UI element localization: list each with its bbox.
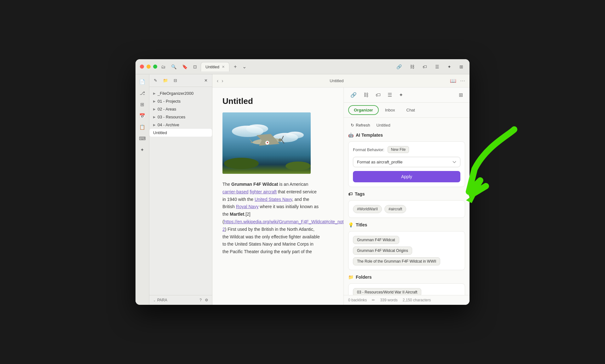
para-label: PARA (157, 298, 167, 302)
fullscreen-button[interactable] (153, 65, 157, 69)
file-tree-item-fileorganizer[interactable]: ▶ _FileOrganizer2000 (149, 89, 212, 97)
note-text: The Grumman F4F Wildcat is an American c… (222, 181, 320, 256)
sidebar-toggle-icon[interactable]: ⊞ (458, 63, 465, 71)
refresh-icon: ↻ (351, 123, 354, 128)
tab-organizer[interactable]: Organizer (348, 105, 379, 115)
note-title-area: Untitled (330, 78, 343, 83)
more-options-button[interactable]: ⋯ (460, 78, 465, 84)
collapse-button[interactable]: ⊟ (173, 77, 178, 83)
folders-title: Folders (356, 275, 372, 280)
wikipedia-link[interactable]: https://en.wikipedia.org/wiki/Grumman_F4… (222, 219, 343, 232)
tab-bar: Untitled ✕ + ⌄ (201, 62, 395, 71)
refresh-button[interactable]: ↻ Refresh (348, 122, 373, 129)
file-tree-item-archive[interactable]: ▶ 04 - Archive (149, 121, 212, 129)
title-f4f-wwii-role[interactable]: The Role of the Grumman F4F Wildcat in W… (353, 257, 440, 265)
reading-mode-button[interactable]: 📖 (450, 78, 456, 84)
folders-card: 03 - Resources/World War II Aircraft 03 … (348, 283, 465, 295)
search-icon[interactable]: 🔍 (171, 64, 176, 69)
tags-icon: 🏷 (348, 191, 353, 196)
app-window: 🗂 🔍 🔖 ⊡ Untitled ✕ + ⌄ 🔗 ⛓ 🏷 ☰ (135, 59, 470, 305)
tab-close-icon[interactable]: ✕ (222, 65, 225, 69)
bookmark-icon[interactable]: 🔖 (182, 64, 187, 69)
green-arrow-annotation (463, 122, 520, 210)
forward-button[interactable]: › (222, 78, 223, 84)
panel-tool-tag[interactable]: 🏷 (373, 91, 383, 100)
list-icon[interactable]: ☰ (433, 63, 441, 71)
active-tab[interactable]: Untitled ✕ (201, 62, 229, 71)
folders-header: 📁 Folders (348, 275, 465, 280)
svg-point-4 (286, 132, 304, 139)
us-navy-link[interactable]: United States Navy (255, 197, 292, 202)
sidebar-item-note[interactable]: 📄 (137, 77, 147, 87)
format-behavior-row: Format Behavior: New File (353, 146, 460, 153)
titles-container: Grumman F4F Wildcat Grumman F4F Wildcat … (353, 236, 460, 265)
main-layout: 📄 ⎇ ⊞ 📅 📋 ⌨ ✦ ✎ 📁 ⊟ ✕ ▶ (135, 74, 470, 305)
tab-chevron-button[interactable]: ⌄ (241, 62, 248, 71)
layout-icon[interactable]: ⊡ (193, 64, 197, 69)
sidebar-item-copy[interactable]: 📋 (137, 122, 147, 132)
file-tree-item-projects[interactable]: ▶ 01 - Projects (149, 97, 212, 105)
file-sidebar: ✎ 📁 ⊟ ✕ ▶ _FileOrganizer2000 ▶ 01 - Proj… (149, 74, 212, 305)
tag-icon[interactable]: 🏷 (421, 63, 429, 71)
tags-header: 🏷 Tags (348, 191, 465, 196)
titles-title: Titles (356, 222, 367, 227)
sidebar-item-terminal[interactable]: ⌨ (137, 134, 147, 144)
fighter-aircraft-link[interactable]: fighter aircraft (250, 189, 277, 194)
help-icon[interactable]: ? (199, 298, 202, 302)
close-button[interactable] (140, 65, 144, 69)
svg-point-6 (285, 162, 311, 170)
panel-tool-link[interactable]: 🔗 (348, 90, 359, 100)
chain-link-icon[interactable]: ⛓ (408, 63, 416, 71)
apply-button[interactable]: Apply (353, 171, 460, 182)
panel-tool-chain[interactable]: ⛓ (361, 91, 371, 100)
note-image (222, 112, 311, 174)
right-panel-footer: 0 backlinks ✏ 339 words 2,150 characters (344, 295, 470, 305)
tags-title: Tags (355, 191, 365, 196)
file-tree-item-areas[interactable]: ▶ 02 - Areas (149, 105, 212, 113)
carrier-based-link[interactable]: carrier-based (222, 189, 248, 194)
title-f4f-wildcat[interactable]: Grumman F4F Wildcat (353, 236, 399, 244)
refresh-row: ↻ Refresh Untitled (348, 122, 465, 129)
tab-inbox[interactable]: Inbox (380, 106, 400, 114)
sparkle-icon[interactable]: ✦ (446, 63, 453, 71)
svg-point-2 (246, 124, 268, 133)
minimize-button[interactable] (147, 65, 151, 69)
note-nav: ‹ › (217, 78, 223, 84)
file-tree-item-resources[interactable]: ▶ 03 - Resources (149, 113, 212, 121)
panel-tool-sparkle[interactable]: ✦ (397, 90, 405, 100)
new-folder-button[interactable]: 📁 (162, 77, 169, 83)
backlinks-stat: 0 backlinks (348, 298, 367, 302)
sidebar-item-calendar[interactable]: 📅 (137, 111, 147, 121)
words-stat: 339 words (380, 298, 397, 302)
sidebar-item-sparkle[interactable]: ✦ (137, 145, 147, 155)
title-f4f-origins[interactable]: Grumman F4F Wildcat Origins (353, 247, 412, 255)
tab-chat[interactable]: Chat (401, 106, 420, 114)
sidebar-item-grid[interactable]: ⊞ (137, 100, 147, 110)
royal-navy-link[interactable]: Royal Navy (236, 204, 259, 209)
tag-aircraft[interactable]: #aircraft (384, 205, 406, 213)
sidebar-close-button[interactable]: ✕ (204, 77, 208, 83)
settings-icon[interactable]: ⚙ (205, 298, 208, 302)
new-file-badge[interactable]: New File (388, 146, 409, 153)
file-tree-item-untitled[interactable]: Untitled (149, 129, 212, 137)
sidebar-item-branch[interactable]: ⎇ (137, 88, 147, 98)
format-dropdown[interactable]: Format as aircraft_profile (353, 157, 460, 167)
note-header-actions: 📖 ⋯ (450, 78, 465, 84)
folder-wwii-aircraft[interactable]: 03 - Resources/World War II Aircraft (353, 288, 421, 295)
panel-tool-list[interactable]: ☰ (385, 90, 394, 100)
new-tab-button[interactable]: + (233, 63, 238, 71)
back-button[interactable]: ‹ (217, 78, 218, 84)
new-note-button[interactable]: ✎ (153, 77, 158, 83)
file-tree: ▶ _FileOrganizer2000 ▶ 01 - Projects ▶ 0… (149, 87, 212, 295)
tag-worldwarii[interactable]: #WorldWarII (353, 205, 382, 213)
file-tree-label: 04 - Archive (158, 122, 179, 127)
link-icon[interactable]: 🔗 (395, 63, 404, 71)
titles-card: Grumman F4F Wildcat Grumman F4F Wildcat … (348, 231, 465, 270)
characters-value: 2,150 characters (403, 298, 431, 302)
file-browser-icon[interactable]: 🗂 (161, 64, 165, 69)
note-content[interactable]: Untitled (212, 88, 343, 305)
panel-sidebar-toggle[interactable]: ⊞ (457, 90, 465, 100)
traffic-lights (140, 65, 157, 69)
format-behavior-label: Format Behavior: (353, 147, 384, 152)
note-header: ‹ › Untitled 📖 ⋯ (212, 74, 470, 88)
